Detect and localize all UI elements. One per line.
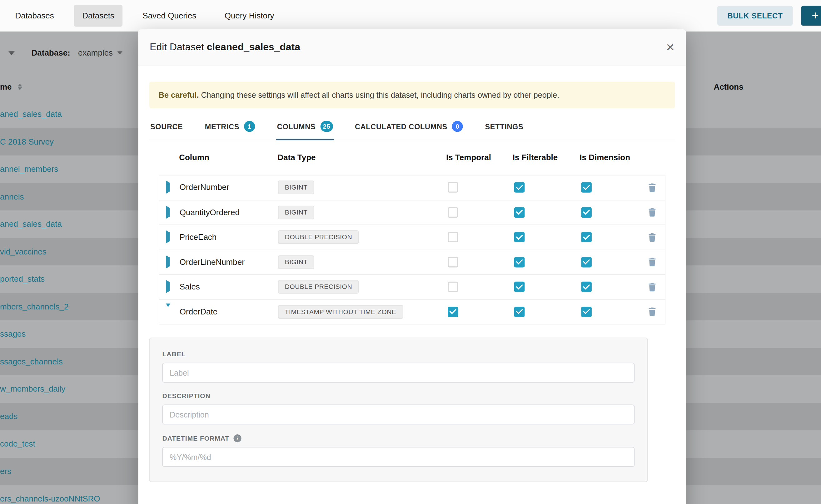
expand-caret-icon[interactable] <box>166 205 170 219</box>
expand-caret-icon[interactable] <box>166 255 170 268</box>
is-dimension-checkbox[interactable] <box>581 282 592 292</box>
modal-dataset-name: cleaned_sales_data <box>207 41 300 52</box>
topnav-item-databases[interactable]: Databases <box>7 4 62 26</box>
data-type-cell: BIGINT <box>278 205 447 219</box>
is-dimension-checkbox[interactable] <box>581 182 592 193</box>
tab-label: SETTINGS <box>485 122 524 131</box>
is-temporal-checkbox[interactable] <box>448 257 458 268</box>
trash-icon[interactable] <box>648 258 656 266</box>
expand-caret-cell <box>159 183 180 192</box>
tab-count-badge: 25 <box>320 121 333 132</box>
is-temporal-checkbox[interactable] <box>448 282 458 292</box>
is-temporal-checkbox-cell <box>447 182 513 193</box>
tab-metrics[interactable]: METRICS1 <box>204 117 256 140</box>
tab-source[interactable]: SOURCE <box>149 117 184 140</box>
column-name: PriceEach <box>180 233 278 242</box>
field-label-text: DATETIME FORMAT <box>162 435 229 442</box>
is-temporal-checkbox[interactable] <box>448 307 458 317</box>
add-dataset-button[interactable]: + <box>801 6 821 26</box>
topnav-item-saved-queries[interactable]: Saved Queries <box>134 4 205 26</box>
warning-text: Changing these settings will affect all … <box>201 91 559 99</box>
expand-caret-icon[interactable] <box>166 230 170 244</box>
is-filterable-checkbox[interactable] <box>514 257 525 268</box>
data-type-pill: DOUBLE PRECISION <box>278 230 359 244</box>
is-dimension-checkbox-cell <box>580 257 637 268</box>
form-field-label: LABEL <box>162 351 635 383</box>
bulk-select-button[interactable]: BULK SELECT <box>717 6 793 26</box>
is-temporal-checkbox-cell <box>447 207 513 218</box>
is-temporal-checkbox[interactable] <box>448 232 458 243</box>
is-temporal-checkbox-cell <box>447 282 513 292</box>
app-root: Database: examples me Actions aned_sales… <box>0 0 821 504</box>
warning-banner: Be careful. Changing these settings will… <box>149 82 675 108</box>
columns-table-header: ColumnData TypeIs TemporalIs FilterableI… <box>159 140 665 175</box>
column-row-orderlinenumber: OrderLineNumberBIGINT <box>159 250 665 275</box>
modal-header: Edit Dataset cleaned_sales_data × <box>138 29 686 66</box>
is-dimension-checkbox-cell <box>580 207 637 218</box>
expand-caret-cell <box>159 233 180 242</box>
trash-icon[interactable] <box>648 233 656 241</box>
is-filterable-checkbox-cell <box>513 282 580 292</box>
field-label-text: LABEL <box>162 351 186 358</box>
column-header-is-temporal: Is Temporal <box>446 153 513 162</box>
modal-tab-bar: SOURCEMETRICS1COLUMNS25CALCULATED COLUMN… <box>149 117 675 140</box>
data-type-pill: BIGINT <box>278 205 314 219</box>
is-filterable-checkbox[interactable] <box>514 282 525 292</box>
column-row-ordernumber: OrderNumberBIGINT <box>159 175 665 200</box>
is-temporal-checkbox-cell <box>447 232 513 243</box>
column-row-quantityordered: QuantityOrderedBIGINT <box>159 200 665 225</box>
expand-caret-icon[interactable] <box>166 181 170 194</box>
tab-calculated-columns[interactable]: CALCULATED COLUMNS0 <box>354 117 464 140</box>
data-type-pill: BIGINT <box>278 255 314 269</box>
info-icon[interactable]: i <box>233 434 241 442</box>
is-filterable-checkbox-cell <box>513 257 580 268</box>
form-field-description: DESCRIPTION <box>162 393 635 424</box>
tab-columns[interactable]: COLUMNS25 <box>276 117 334 140</box>
label-input[interactable] <box>162 363 635 383</box>
is-temporal-checkbox-cell <box>447 257 513 268</box>
plus-icon: + <box>812 8 819 22</box>
trash-icon[interactable] <box>648 307 656 316</box>
is-temporal-checkbox-cell <box>447 307 513 317</box>
field-label-datetime-format: DATETIME FORMATi <box>162 434 635 442</box>
topnav-item-query-history[interactable]: Query History <box>216 4 282 26</box>
is-dimension-checkbox-cell <box>580 282 637 292</box>
is-dimension-checkbox[interactable] <box>581 257 592 268</box>
column-name: Sales <box>180 282 278 292</box>
data-type-pill: TIMESTAMP WITHOUT TIME ZONE <box>278 305 403 319</box>
collapse-caret-icon[interactable] <box>166 304 170 316</box>
form-field-datetime-format: DATETIME FORMATi <box>162 434 635 467</box>
description-input[interactable] <box>162 405 635 425</box>
is-dimension-checkbox[interactable] <box>581 307 592 317</box>
is-filterable-checkbox[interactable] <box>514 307 525 317</box>
is-filterable-checkbox[interactable] <box>514 232 525 243</box>
modal-title-prefix: Edit Dataset <box>150 41 204 52</box>
trash-icon[interactable] <box>648 208 656 217</box>
trash-icon[interactable] <box>648 283 656 291</box>
is-filterable-checkbox[interactable] <box>514 207 525 218</box>
column-name: OrderLineNumber <box>180 257 278 267</box>
column-row-priceeach: PriceEachDOUBLE PRECISION <box>159 225 665 250</box>
column-row-orderdate: OrderDateTIMESTAMP WITHOUT TIME ZONE <box>159 300 665 325</box>
is-filterable-checkbox[interactable] <box>514 182 525 193</box>
top-nav-tabs: DatabasesDatasetsSaved QueriesQuery Hist… <box>7 4 294 26</box>
expand-caret-icon[interactable] <box>166 280 170 293</box>
is-dimension-checkbox[interactable] <box>581 207 592 218</box>
is-temporal-checkbox[interactable] <box>448 182 458 193</box>
data-type-pill: DOUBLE PRECISION <box>278 280 359 294</box>
tab-settings[interactable]: SETTINGS <box>484 117 524 140</box>
column-name: OrderDate <box>180 307 278 316</box>
expand-caret-cell <box>159 257 180 267</box>
warning-bold: Be careful. <box>159 91 199 99</box>
topnav-item-datasets[interactable]: Datasets <box>74 4 123 26</box>
close-icon[interactable]: × <box>666 40 674 54</box>
is-temporal-checkbox[interactable] <box>448 207 458 218</box>
is-filterable-checkbox-cell <box>513 232 580 243</box>
tab-label: SOURCE <box>150 122 183 131</box>
modal-title: Edit Dataset cleaned_sales_data <box>150 41 300 53</box>
trash-icon[interactable] <box>648 183 656 192</box>
tab-label: CALCULATED COLUMNS <box>355 122 448 131</box>
is-filterable-checkbox-cell <box>513 307 580 317</box>
is-dimension-checkbox[interactable] <box>581 232 592 243</box>
datetime-format-input[interactable] <box>162 447 635 467</box>
